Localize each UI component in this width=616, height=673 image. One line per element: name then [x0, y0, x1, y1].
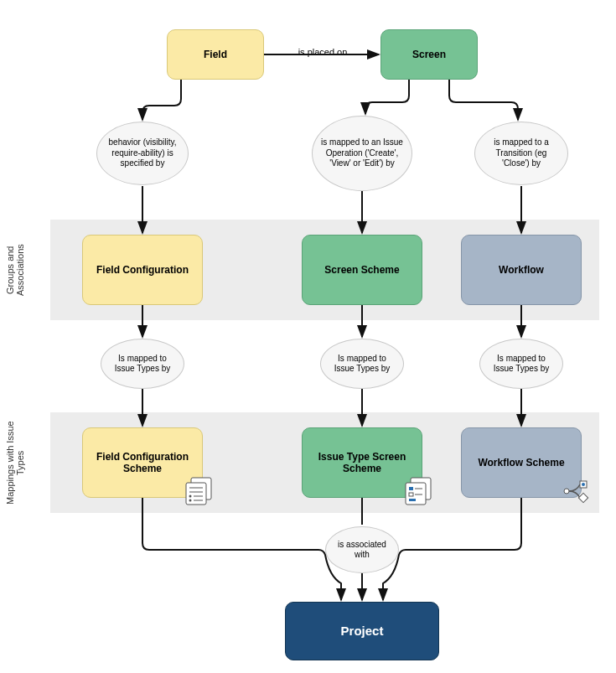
node-workflow-scheme: Workflow Scheme	[461, 427, 582, 498]
edge-field-behavior-label: behavior (visibility, require-ability) i…	[104, 137, 181, 169]
edge-issue-op: is mapped to an Issue Operation ('Create…	[312, 116, 412, 191]
edge-mapped-issue-types-2-label: Is mapped to Issue Types by	[328, 354, 396, 375]
node-workflow: Workflow	[461, 235, 582, 305]
node-workflow-scheme-label: Workflow Scheme	[478, 457, 564, 469]
node-workflow-label: Workflow	[499, 264, 544, 276]
node-field-label: Field	[204, 49, 227, 60]
edge-mapped-issue-types-2: Is mapped to Issue Types by	[320, 339, 404, 389]
node-field-config-scheme: Field Configuration Scheme	[82, 427, 203, 498]
band-mappings-label: Mappings with Issue Types	[7, 412, 23, 513]
node-field-config: Field Configuration	[82, 235, 203, 305]
node-screen-label: Screen	[412, 49, 446, 60]
edge-mapped-issue-types-3: Is mapped to Issue Types by	[479, 339, 563, 389]
edge-associated-with-label: is associated with	[333, 540, 391, 561]
edge-field-behavior: behavior (visibility, require-ability) i…	[96, 122, 189, 185]
edge-associated-with: is associated with	[325, 526, 399, 573]
edge-mapped-issue-types-1: Is mapped to Issue Types by	[101, 339, 184, 389]
edge-transition-label: is mapped to a Transition (eg 'Close') b…	[482, 137, 561, 169]
node-screen-scheme: Screen Scheme	[302, 235, 422, 305]
node-project-label: Project	[341, 624, 384, 639]
node-issue-type-screen-scheme-label: Issue Type Screen Scheme	[308, 451, 417, 475]
node-issue-type-screen-scheme: Issue Type Screen Scheme	[302, 427, 422, 498]
node-project: Project	[285, 602, 439, 660]
node-field: Field	[167, 29, 264, 80]
edge-mapped-issue-types-3-label: Is mapped to Issue Types by	[487, 354, 556, 375]
edge-issue-op-label: is mapped to an Issue Operation ('Create…	[319, 137, 405, 169]
edge-placed-on-label: is placed on	[268, 47, 377, 57]
node-screen: Screen	[380, 29, 478, 80]
node-field-config-label: Field Configuration	[96, 264, 189, 276]
node-field-config-scheme-label: Field Configuration Scheme	[88, 451, 197, 475]
node-screen-scheme-label: Screen Scheme	[324, 264, 399, 276]
band-groups-label: Groups and Associations	[7, 220, 23, 320]
edge-transition: is mapped to a Transition (eg 'Close') b…	[474, 122, 568, 185]
edge-mapped-issue-types-1-label: Is mapped to Issue Types by	[108, 354, 177, 375]
